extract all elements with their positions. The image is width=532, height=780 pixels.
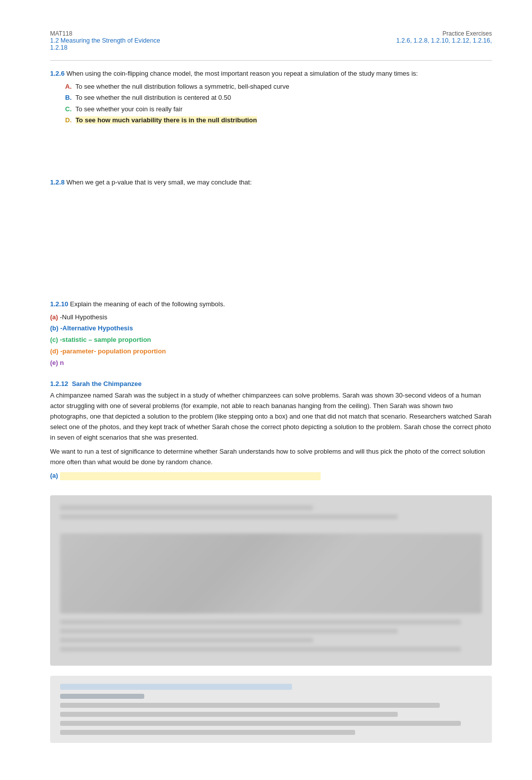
- spacer-1: [50, 137, 492, 177]
- q128-number: 1.2.8: [50, 178, 65, 186]
- blurred-inner: [60, 505, 482, 652]
- blurred-row-5: [60, 638, 313, 643]
- choice-c-text: To see whether your coin is really fair: [75, 105, 182, 113]
- q1210-text: 1.2.10 Explain the meaning of each of th…: [50, 299, 492, 309]
- blurred-row-s2-3: [60, 721, 461, 726]
- q1212-number: 1.2.12: [50, 380, 68, 387]
- blurred-spacer: [60, 523, 482, 533]
- sym-d-body: -parameter- population proportion: [60, 347, 166, 355]
- practice-label: Practice Exercises: [442, 30, 492, 37]
- q1212-body1: A chimpanzee named Sarah was the subject…: [50, 391, 492, 443]
- blurred-image: [60, 533, 482, 614]
- page-header: MAT118 1.2 Measuring the Strength of Evi…: [50, 30, 492, 51]
- answer-highlight: [60, 472, 321, 480]
- sym-b: (b) -Alternative Hypothesis: [50, 323, 492, 334]
- sym-a-body: -Null Hypothesis: [60, 313, 108, 321]
- question-1-2-8: 1.2.8 When we get a p-value that is very…: [50, 177, 492, 187]
- sym-b-body: -Alternative Hypothesis: [60, 324, 133, 332]
- blurred-section-2: [50, 676, 492, 743]
- blurred-row-6: [60, 647, 461, 652]
- sym-e-body: n: [60, 359, 64, 366]
- symbol-list: (a) -Null Hypothesis (b) -Alternative Hy…: [50, 312, 492, 368]
- choice-d: D. To see how much variability there is …: [65, 115, 492, 125]
- choice-b-text: To see whether the null distribution is …: [75, 94, 231, 101]
- q126-choices: A. To see whether the null distribution …: [50, 82, 492, 125]
- choice-a: A. To see whether the null distribution …: [65, 82, 492, 92]
- blurred-row-4: [60, 629, 398, 634]
- sym-c: (c) -statistic – sample proportion: [50, 335, 492, 345]
- header-divider: [50, 60, 492, 61]
- sym-c-label: (c): [50, 336, 58, 343]
- sym-d-label: (d): [50, 347, 59, 355]
- course-code: MAT118: [50, 30, 160, 37]
- blurred-row-3: [60, 620, 461, 625]
- choice-c: C. To see whether your coin is really fa…: [65, 104, 492, 114]
- sym-c-body: -statistic – sample proportion: [60, 336, 151, 343]
- q1212-number-title: 1.2.12 Sarah the Chimpanzee: [50, 380, 492, 387]
- blurred-row-s2-2: [60, 712, 398, 717]
- section-title: 1.2 Measuring the Strength of Evidence: [50, 37, 160, 44]
- choice-d-text: To see how much variability there is in …: [76, 116, 257, 124]
- section-number: 1.2.18: [50, 44, 160, 51]
- spacer-2: [50, 199, 492, 299]
- q126-number: 1.2.6: [50, 70, 65, 77]
- question-1-2-6: 1.2.6 When using the coin-flipping chanc…: [50, 69, 492, 125]
- q1210-number: 1.2.10: [50, 300, 68, 308]
- sym-e-label: (e): [50, 359, 58, 366]
- blurred-row-1: [60, 505, 313, 510]
- sym-e: (e) n: [50, 358, 492, 368]
- question-1-2-10: 1.2.10 Explain the meaning of each of th…: [50, 299, 492, 368]
- q126-body: When using the coin-flipping chance mode…: [67, 70, 418, 77]
- part-a-row: (a): [50, 472, 492, 480]
- question-1-2-12: 1.2.12 Sarah the Chimpanzee A chimpanzee…: [50, 380, 492, 480]
- sym-b-label: (b): [50, 324, 59, 332]
- practice-numbers: 1.2.6, 1.2.8, 1.2.10, 1.2.12, 1.2.16,: [396, 37, 492, 44]
- blurred-accent-1: [60, 684, 292, 690]
- part-a-label: (a): [50, 472, 58, 479]
- header-right: Practice Exercises 1.2.6, 1.2.8, 1.2.10,…: [396, 30, 492, 51]
- blurred-content-area: [50, 495, 492, 666]
- q128-body-text: When we get a p-value that is very small…: [67, 178, 252, 186]
- sym-a-label: (a): [50, 313, 58, 321]
- q1212-title: Sarah the Chimpanzee: [72, 380, 141, 387]
- header-left: MAT118 1.2 Measuring the Strength of Evi…: [50, 30, 160, 51]
- q1212-body2: We want to run a test of significance to…: [50, 447, 492, 468]
- sym-a: (a) -Null Hypothesis: [50, 312, 492, 323]
- choice-b: B. To see whether the null distribution …: [65, 93, 492, 103]
- choice-a-text: To see whether the null distribution fol…: [75, 83, 289, 90]
- sym-d: (d) -parameter- population proportion: [50, 346, 492, 357]
- blurred-accent-2: [60, 694, 144, 699]
- blurred-row-2: [60, 514, 398, 519]
- blurred-row-s2-1: [60, 703, 440, 708]
- q128-text: 1.2.8 When we get a p-value that is very…: [50, 177, 492, 187]
- q126-text: 1.2.6 When using the coin-flipping chanc…: [50, 69, 492, 79]
- blurred-row-s2-4: [60, 730, 355, 735]
- q1210-body-text: Explain the meaning of each of the follo…: [70, 300, 225, 308]
